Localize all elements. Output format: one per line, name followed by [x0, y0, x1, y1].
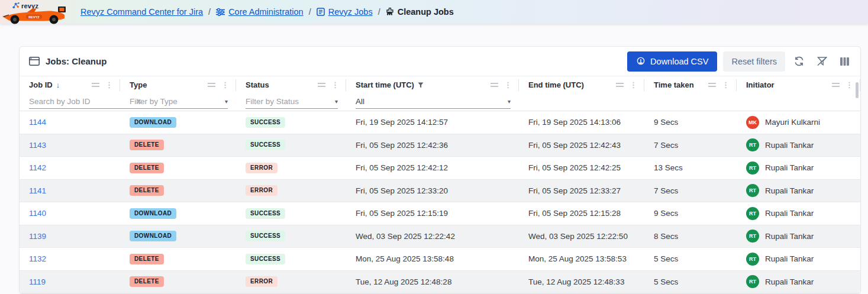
end-time-cell: Fri, 05 Sep 2025 12:33:27	[519, 186, 644, 195]
initiator-avatar: RT	[746, 253, 759, 266]
table-body: 1144 DOWNLOAD SUCCESS Fri, 19 Sep 2025 1…	[20, 111, 860, 293]
job-id-cell: 1119	[20, 277, 120, 286]
filter-cell-empty	[737, 93, 860, 111]
column-menu-icon[interactable]: ⋮	[503, 80, 513, 89]
time-taken-cell: 13 Secs	[644, 163, 737, 172]
refresh-button[interactable]	[791, 53, 807, 69]
column-header-status[interactable]: Status ⋮	[236, 76, 346, 93]
table-row: 1132 DELETE SUCCESS Mon, 25 Aug 2025 13:…	[20, 248, 860, 271]
end-time-cell: Wed, 03 Sep 2025 12:22:50	[519, 232, 644, 241]
type-cell: DELETE	[120, 163, 236, 173]
job-id-link[interactable]: 1140	[29, 209, 46, 218]
column-label: Time taken	[654, 80, 694, 89]
status-filter-dropdown[interactable]: Filter by Status ▾	[246, 95, 338, 109]
column-header-end-time[interactable]: End time (UTC) ⋮	[519, 76, 644, 93]
column-resize-icon[interactable]	[206, 82, 217, 88]
column-menu-icon[interactable]: ⋮	[220, 80, 230, 89]
column-resize-icon[interactable]	[615, 82, 625, 88]
initiator-name: Rupali Tankar	[765, 141, 814, 150]
column-menu-icon[interactable]: ⋮	[330, 80, 340, 89]
start-time-cell: Fri, 05 Sep 2025 12:42:36	[346, 141, 519, 150]
start-time-filter-value: All	[356, 97, 505, 106]
initiator-avatar: RT	[746, 275, 759, 288]
start-time-cell: Fri, 05 Sep 2025 12:15:19	[346, 209, 519, 218]
type-badge: DELETE	[130, 254, 164, 264]
job-id-link[interactable]: 1119	[29, 277, 46, 286]
reset-filters-button[interactable]: Reset filters	[723, 51, 785, 72]
column-header-time-taken[interactable]: Time taken ⋮	[644, 76, 737, 93]
column-header-job-id[interactable]: Job ID ↓ ⋮	[20, 76, 120, 93]
status-badge: ERROR	[246, 185, 277, 196]
download-icon	[636, 57, 646, 66]
column-label: Job ID	[29, 80, 53, 89]
column-header-initiator[interactable]: Initiator ⋮	[737, 76, 860, 93]
column-resize-icon[interactable]	[707, 82, 717, 88]
job-id-link[interactable]: 1139	[29, 232, 46, 241]
filter-cell-status: Filter by Status ▾	[236, 93, 346, 111]
breadcrumb-link-core-administration[interactable]: Core Administration	[228, 7, 304, 17]
end-time-cell: Mon, 25 Aug 2025 13:58:53	[519, 254, 644, 263]
filter-cell-start-time: All ▾	[346, 93, 519, 111]
window-icon	[29, 57, 40, 66]
job-id-link[interactable]: 1141	[29, 186, 46, 195]
filter-cell-job-id: ×	[20, 93, 120, 111]
time-taken-cell: 8 Secs	[644, 232, 737, 241]
start-time-cell: Wed, 03 Sep 2025 12:22:42	[346, 232, 519, 241]
status-badge: SUCCESS	[246, 208, 285, 219]
job-id-link[interactable]: 1142	[29, 163, 46, 172]
initiator-name: Mayuri Kulkarni	[765, 118, 820, 127]
column-header-start-time[interactable]: Start time (UTC) ⋮	[346, 76, 519, 93]
racecar-graphic: REVYZ	[2, 5, 67, 24]
breadcrumb-link-revyz-jobs[interactable]: Revyz Jobs	[328, 7, 373, 17]
column-resize-icon[interactable]	[489, 82, 499, 88]
vertical-scrollbar-thumb[interactable]	[856, 82, 859, 98]
initiator-name: Rupali Tankar	[765, 277, 814, 286]
end-time-cell: Tue, 12 Aug 2025 12:48:33	[519, 277, 644, 286]
job-id-link[interactable]: 1132	[29, 254, 46, 263]
job-id-cell: 1132	[20, 254, 120, 263]
time-taken-cell: 7 Secs	[644, 141, 737, 150]
column-menu-icon[interactable]: ⋮	[844, 80, 854, 89]
column-header-type[interactable]: Type ⋮	[120, 76, 236, 93]
initiator-cell: RT Rupali Tankar	[737, 161, 860, 175]
column-menu-icon[interactable]: ⋮	[628, 80, 638, 89]
end-time-cell: Fri, 19 Sep 2025 14:13:06	[519, 118, 644, 127]
column-menu-icon[interactable]: ⋮	[721, 80, 731, 89]
download-csv-button[interactable]: Download CSV	[627, 51, 717, 72]
type-filter-dropdown[interactable]: Filter by Type ▾	[130, 95, 228, 109]
column-resize-icon[interactable]	[91, 82, 101, 88]
initiator-avatar: RT	[746, 138, 759, 151]
breadcrumb-link-command-center[interactable]: Revyz Command Center for Jira	[80, 7, 203, 17]
job-id-link[interactable]: 1144	[29, 118, 46, 127]
status-cell: ERROR	[236, 163, 346, 173]
column-menu-icon[interactable]: ⋮	[104, 80, 114, 89]
job-id-link[interactable]: 1143	[29, 141, 46, 150]
initiator-cell: RT Rupali Tankar	[737, 184, 860, 197]
filter-active-icon	[418, 82, 424, 88]
table-row: 1142 DELETE ERROR Fri, 05 Sep 2025 12:42…	[20, 157, 860, 180]
breadcrumb-current-page: Cleanup Jobs	[398, 7, 454, 17]
clear-all-filters-button[interactable]	[814, 54, 830, 69]
status-cell: ERROR	[236, 276, 346, 287]
initiator-cell: RT Rupali Tankar	[737, 275, 860, 288]
table-row: 1119 DELETE ERROR Tue, 12 Aug 2025 12:48…	[20, 271, 860, 294]
start-time-filter-dropdown[interactable]: All ▾	[356, 95, 511, 109]
journal-icon	[317, 8, 325, 16]
column-label: Type	[130, 80, 147, 89]
status-badge: SUCCESS	[246, 117, 285, 128]
type-badge: DELETE	[130, 163, 164, 173]
manage-columns-button[interactable]	[837, 54, 852, 69]
sort-descending-icon: ↓	[56, 80, 60, 89]
table-row: 1139 DOWNLOAD SUCCESS Wed, 03 Sep 2025 1…	[20, 225, 860, 248]
brush-icon	[386, 8, 394, 16]
car-side-label: REVYZ	[28, 15, 40, 19]
card-header: Jobs: Cleanup Download CSV Reset filters	[20, 47, 860, 76]
job-id-cell: 1143	[20, 141, 120, 150]
breadcrumb-separator: /	[208, 7, 211, 17]
filter-cell-empty	[644, 93, 737, 111]
start-time-cell: Fri, 05 Sep 2025 12:42:12	[346, 163, 519, 172]
column-resize-icon[interactable]	[317, 82, 327, 88]
column-resize-icon[interactable]	[831, 82, 841, 88]
status-badge: ERROR	[246, 276, 277, 287]
job-id-search-input[interactable]	[29, 97, 134, 106]
